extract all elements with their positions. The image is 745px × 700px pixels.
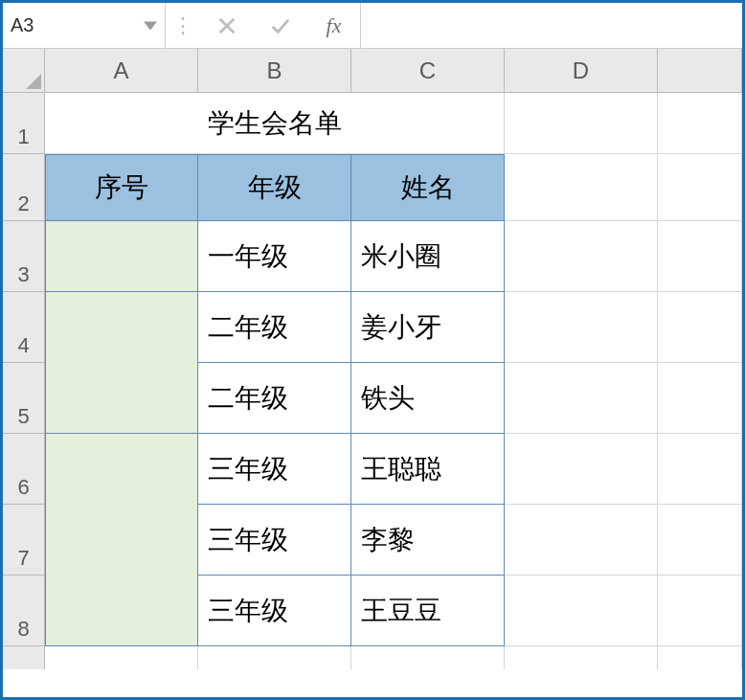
table-row: 6 三年级 王聪聪 bbox=[3, 434, 742, 505]
cell-B6[interactable]: 三年级 bbox=[198, 434, 351, 505]
x-icon bbox=[216, 15, 237, 36]
cell-D9[interactable] bbox=[505, 646, 658, 669]
cell-E2[interactable] bbox=[658, 154, 742, 221]
header-seq-label: 序号 bbox=[95, 169, 148, 206]
column-header-C[interactable]: C bbox=[351, 49, 505, 93]
table-row bbox=[3, 646, 742, 669]
cell-D2[interactable] bbox=[505, 154, 658, 221]
cell-D6[interactable] bbox=[505, 434, 658, 505]
cell-E4[interactable] bbox=[658, 292, 742, 363]
cell-C3[interactable]: 米小圈 bbox=[351, 221, 505, 292]
row-header-8[interactable]: 8 bbox=[3, 576, 45, 646]
cell-E3[interactable] bbox=[658, 221, 742, 292]
header-grade[interactable]: 年级 bbox=[198, 154, 351, 221]
column-header-B[interactable]: B bbox=[198, 49, 351, 93]
grid-rows: 1 学生会名单 2 序号 年级 姓名 3 一年级 米小圈 4 bbox=[3, 93, 742, 669]
cell-D5[interactable] bbox=[505, 363, 658, 434]
cell-value: 铁头 bbox=[361, 380, 415, 417]
cell-D7[interactable] bbox=[505, 505, 658, 576]
cell-A4[interactable] bbox=[45, 292, 198, 363]
row-header-5[interactable]: 5 bbox=[3, 363, 45, 434]
cell-C6[interactable]: 王聪聪 bbox=[351, 434, 505, 505]
cell-A9[interactable] bbox=[45, 646, 198, 669]
row-header-1[interactable]: 1 bbox=[3, 93, 45, 154]
cell-value: 姜小牙 bbox=[361, 309, 441, 346]
cell-B4[interactable]: 二年级 bbox=[198, 292, 351, 363]
cell-D3[interactable] bbox=[505, 221, 658, 292]
enter-formula-button[interactable] bbox=[254, 3, 307, 48]
formula-bar-grip-icon: ⋮ bbox=[166, 3, 200, 48]
row-header-2[interactable]: 2 bbox=[3, 154, 45, 221]
cell-B7[interactable]: 三年级 bbox=[198, 505, 351, 576]
name-box[interactable]: A3 bbox=[3, 3, 166, 48]
table-row: 5 二年级 铁头 bbox=[3, 363, 742, 434]
column-header-blank[interactable] bbox=[658, 49, 742, 93]
cell-A5[interactable] bbox=[45, 363, 198, 434]
row-header-4[interactable]: 4 bbox=[3, 292, 45, 363]
table-row: 3 一年级 米小圈 bbox=[3, 221, 742, 292]
cell-E6[interactable] bbox=[658, 434, 742, 505]
cell-E9[interactable] bbox=[658, 646, 742, 669]
name-box-value: A3 bbox=[11, 14, 34, 36]
cell-value: 李黎 bbox=[361, 522, 415, 558]
row-header-7[interactable]: 7 bbox=[3, 505, 45, 576]
header-grade-label: 年级 bbox=[248, 169, 302, 206]
cell-D1[interactable] bbox=[505, 93, 658, 154]
header-seq[interactable]: 序号 bbox=[45, 154, 198, 221]
column-header-row: A B C D bbox=[3, 49, 742, 93]
header-name-label: 姓名 bbox=[401, 169, 455, 206]
insert-function-button[interactable]: fx bbox=[307, 3, 361, 48]
row-header-6[interactable]: 6 bbox=[3, 434, 45, 505]
cell-value: 王聪聪 bbox=[361, 451, 441, 487]
cell-A8[interactable] bbox=[45, 576, 198, 646]
fx-icon: fx bbox=[327, 13, 342, 38]
table-row: 7 三年级 李黎 bbox=[3, 505, 742, 576]
cell-value: 一年级 bbox=[208, 238, 288, 275]
cell-E5[interactable] bbox=[658, 363, 742, 434]
cell-B3[interactable]: 一年级 bbox=[198, 221, 351, 292]
cell-C5[interactable]: 铁头 bbox=[351, 363, 505, 434]
table-row: 4 二年级 姜小牙 bbox=[3, 292, 742, 363]
cell-D8[interactable] bbox=[505, 576, 658, 646]
cell-A7[interactable] bbox=[45, 505, 198, 576]
cancel-formula-button[interactable] bbox=[200, 3, 254, 48]
cell-value: 三年级 bbox=[208, 451, 288, 487]
cell-C7[interactable]: 李黎 bbox=[351, 505, 505, 576]
cell-E7[interactable] bbox=[658, 505, 742, 576]
cell-value: 二年级 bbox=[208, 309, 288, 346]
cell-B9[interactable] bbox=[198, 646, 351, 669]
cell-E8[interactable] bbox=[658, 576, 742, 646]
cell-C4[interactable]: 姜小牙 bbox=[351, 292, 505, 363]
cell-B5[interactable]: 二年级 bbox=[198, 363, 351, 434]
cell-C9[interactable] bbox=[351, 646, 505, 669]
row-header-9[interactable] bbox=[3, 646, 45, 669]
column-header-A[interactable]: A bbox=[45, 49, 198, 93]
cell-value: 三年级 bbox=[208, 522, 288, 558]
formula-bar: A3 ⋮ fx bbox=[3, 3, 742, 49]
table-row: 8 三年级 王豆豆 bbox=[3, 576, 742, 646]
spreadsheet-grid: A B C D 1 学生会名单 2 序号 年级 姓名 3 一年级 bbox=[3, 49, 742, 669]
row-header-3[interactable]: 3 bbox=[3, 221, 45, 292]
cell-A3[interactable] bbox=[45, 221, 198, 292]
cell-value: 二年级 bbox=[208, 380, 288, 417]
cell-C8[interactable]: 王豆豆 bbox=[351, 576, 505, 646]
cell-D4[interactable] bbox=[505, 292, 658, 363]
cell-value: 王豆豆 bbox=[361, 593, 441, 629]
cell-value: 三年级 bbox=[208, 593, 288, 629]
formula-input[interactable] bbox=[361, 3, 742, 48]
header-name[interactable]: 姓名 bbox=[351, 154, 505, 221]
cell-B8[interactable]: 三年级 bbox=[198, 576, 351, 646]
name-box-dropdown-icon[interactable] bbox=[144, 21, 157, 30]
table-title: 学生会名单 bbox=[208, 105, 342, 142]
cell-value: 米小圈 bbox=[361, 238, 441, 275]
check-icon bbox=[270, 15, 291, 36]
select-all-button[interactable] bbox=[3, 49, 45, 93]
title-cell[interactable]: 学生会名单 bbox=[45, 93, 505, 154]
table-row: 1 学生会名单 bbox=[3, 93, 742, 154]
column-header-D[interactable]: D bbox=[505, 49, 658, 93]
cell-A6[interactable] bbox=[45, 434, 198, 505]
cell-E1[interactable] bbox=[658, 93, 742, 154]
table-row: 2 序号 年级 姓名 bbox=[3, 154, 742, 221]
